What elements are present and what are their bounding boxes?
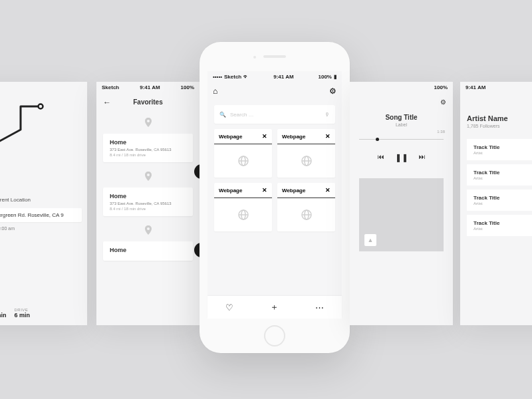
- image-icon: ▲: [364, 234, 376, 246]
- favorite-button[interactable]: ♡: [225, 303, 233, 313]
- status-battery: 100%: [319, 74, 332, 80]
- webpage-tile[interactable]: Webpage✕: [277, 183, 335, 231]
- track-item[interactable]: Track TitleArtist: [467, 190, 532, 211]
- tile-label: Webpage: [282, 134, 305, 140]
- album-art: ▲: [359, 178, 444, 251]
- status-time: 9:41 AM: [273, 74, 293, 80]
- globe-icon: [214, 144, 272, 178]
- globe-icon: [277, 144, 335, 178]
- mic-icon[interactable]: 🎙: [325, 112, 330, 118]
- carrier-label: Sketch: [102, 84, 119, 90]
- tile-label: Webpage: [219, 134, 242, 140]
- status-bar: 9:41 AM: [460, 82, 532, 93]
- phone-camera: [253, 56, 256, 59]
- depart-time: Depart at 9:00 am: [0, 223, 87, 233]
- mode-bus[interactable]: BUS5 min: [0, 308, 7, 319]
- webpage-tile[interactable]: Webpage✕: [277, 129, 335, 178]
- favorite-card[interactable]: Home: [103, 241, 193, 261]
- status-bar: •••••Sketchᯤ 9:41 AM 100%▮: [207, 71, 342, 82]
- followers-count: 1,785 Followers: [467, 124, 532, 128]
- phone-mockup: •••••Sketchᯤ 9:41 AM 100%▮ ⌂ ⚙ 🔍 Search …: [200, 42, 350, 353]
- favorite-name: Home: [110, 193, 186, 200]
- track-time: 1:38: [437, 130, 445, 134]
- tile-label: Webpage: [219, 188, 242, 194]
- next-button[interactable]: ⏭: [419, 153, 426, 162]
- close-icon[interactable]: ✕: [262, 133, 267, 140]
- status-bar: Sketch 9:41 AM 100%: [96, 82, 200, 93]
- status-bar: 100%: [350, 82, 453, 93]
- search-placeholder: Search …: [230, 112, 254, 118]
- favorite-meta: 8.4 mi / 18 min drive: [110, 207, 186, 211]
- close-icon[interactable]: ✕: [262, 187, 267, 194]
- globe-icon: [214, 198, 272, 231]
- favorite-card[interactable]: Home 373 East Ave. Roseville, CA 95613 8…: [103, 188, 193, 216]
- pin-icon: [96, 165, 200, 188]
- panel-navigation: 9:41 AM From Current Location 497 Evergr…: [0, 82, 87, 325]
- prev-button[interactable]: ⏮: [378, 153, 384, 162]
- pin-icon: [96, 219, 200, 241]
- panel-artist: 9:41 AM Artist Name 1,785 Followers Trac…: [460, 82, 532, 325]
- track-item[interactable]: Track TitleArtist: [467, 139, 532, 160]
- progress-handle[interactable]: [376, 138, 379, 141]
- phone-screen: •••••Sketchᯤ 9:41 AM 100%▮ ⌂ ⚙ 🔍 Search …: [207, 71, 342, 319]
- home-button[interactable]: [264, 325, 285, 346]
- favorite-address: 373 East Ave. Roseville, CA 95613: [110, 148, 186, 152]
- search-icon: 🔍: [219, 112, 226, 118]
- artist-name: Artist Name: [467, 114, 532, 122]
- status-bar: 9:41 AM: [0, 82, 87, 93]
- pin-icon: [96, 111, 200, 134]
- favorite-address: 373 East Ave. Roseville, CA 95613: [110, 201, 186, 205]
- track-item[interactable]: Track TitleArtist: [467, 164, 532, 186]
- status-time: 9:41 AM: [466, 84, 485, 90]
- progress-bar[interactable]: 1:38: [359, 139, 444, 140]
- search-input[interactable]: 🔍 Search … 🎙: [214, 105, 335, 124]
- status-battery: 100%: [434, 84, 448, 90]
- battery-icon: ▮: [334, 74, 336, 80]
- favorite-card[interactable]: Home 373 East Ave. Roseville, CA 95613 8…: [103, 134, 193, 162]
- back-button[interactable]: ←: [103, 98, 111, 107]
- webpage-tile[interactable]: Webpage✕: [214, 129, 272, 178]
- tile-label: Webpage: [282, 188, 305, 194]
- bottom-bar: ♡ ＋ ⋯: [207, 296, 342, 319]
- more-button[interactable]: ⋯: [315, 303, 324, 313]
- webpage-tile[interactable]: Webpage✕: [214, 183, 272, 231]
- panel-music-player: 100% ⚙ Song Title Label 1:38 ⏮ ❚❚ ⏭ ▲: [350, 82, 453, 325]
- pause-button[interactable]: ❚❚: [395, 153, 408, 162]
- destination-address[interactable]: 497 Evergreen Rd. Roseville, CA 9: [0, 208, 82, 222]
- status-time: 9:41 AM: [140, 84, 160, 90]
- mode-drive[interactable]: DRIVE6 min: [15, 308, 31, 319]
- phone-speaker: [263, 55, 286, 58]
- route-map: [0, 93, 87, 193]
- favorite-name: Home: [110, 247, 186, 253]
- status-battery: 100%: [181, 84, 194, 90]
- home-icon[interactable]: ⌂: [213, 86, 217, 96]
- settings-icon[interactable]: ⚙: [329, 86, 336, 96]
- panel-favorites: Sketch 9:41 AM 100% ← Favorites Home 373…: [96, 82, 200, 325]
- globe-icon: [277, 198, 335, 231]
- settings-icon[interactable]: ⚙: [350, 93, 453, 111]
- song-title: Song Title: [350, 114, 453, 121]
- page-title: Favorites: [133, 98, 162, 106]
- wifi-icon: ᯤ: [243, 74, 249, 80]
- add-button[interactable]: ＋: [270, 301, 279, 313]
- track-item[interactable]: Track TitleArtist: [467, 215, 532, 236]
- song-label: Label: [350, 122, 453, 127]
- from-location-label: From Current Location: [0, 193, 87, 207]
- carrier-label: Sketch: [224, 74, 241, 80]
- close-icon[interactable]: ✕: [325, 187, 331, 194]
- favorite-meta: 8.4 mi / 18 min drive: [110, 153, 186, 157]
- favorite-name: Home: [110, 139, 186, 146]
- close-icon[interactable]: ✕: [325, 133, 331, 140]
- svg-point-1: [39, 104, 43, 109]
